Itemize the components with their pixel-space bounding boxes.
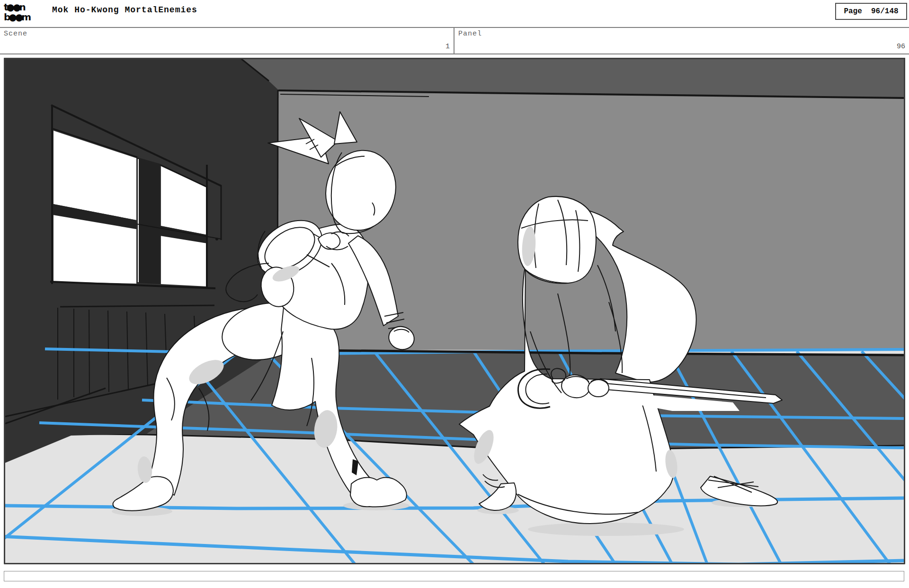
panel-label: Panel xyxy=(458,30,482,38)
storyboard-panel-drawing xyxy=(4,58,905,564)
scene-panel-row: Scene 1 Panel 96 xyxy=(0,27,909,54)
caption-bar xyxy=(4,571,904,581)
toonboom-logo-icon: t●●n b●●m xyxy=(4,2,45,25)
scene-field: Scene 1 xyxy=(0,28,454,53)
page-indicator: Page 96/148 xyxy=(835,3,907,20)
project-title: Mok Ho-Kwong MortalEnemies xyxy=(52,5,197,15)
scene-value: 1 xyxy=(446,43,450,51)
scene-label: Scene xyxy=(4,30,27,38)
storyboard-panel xyxy=(4,58,905,564)
logo-line-1: t●●n xyxy=(4,2,45,12)
panel-value: 96 xyxy=(897,43,905,51)
panel-field: Panel 96 xyxy=(454,28,909,53)
logo-line-2: b●●m xyxy=(4,12,45,22)
top-bar: t●●n b●●m Mok Ho-Kwong MortalEnemies Pag… xyxy=(0,0,909,27)
